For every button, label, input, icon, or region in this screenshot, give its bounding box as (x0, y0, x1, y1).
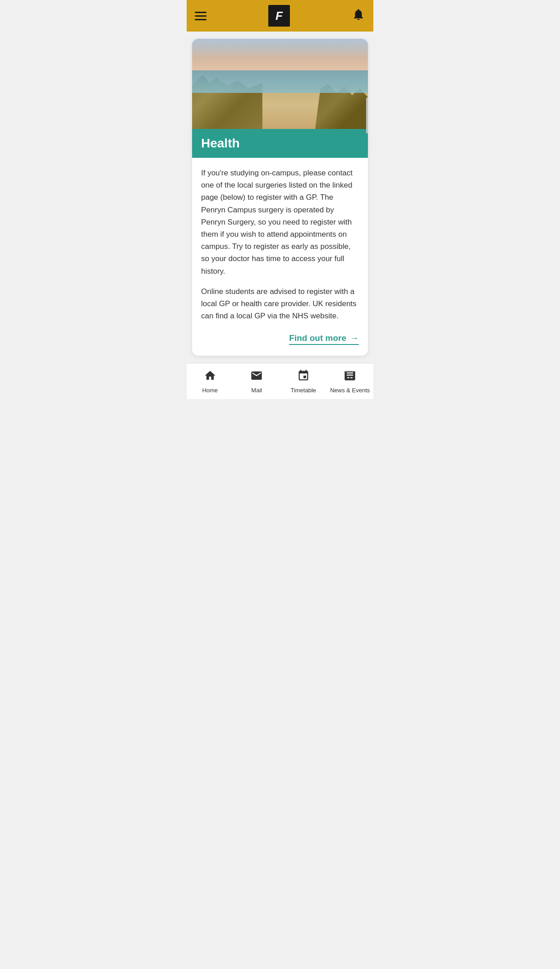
notifications-button[interactable] (352, 8, 365, 24)
scrollbar-hint (366, 97, 368, 133)
nav-label-timetable: Timetable (290, 387, 316, 394)
card-paragraph-1: If you're studying on-campus, please con… (201, 167, 359, 277)
category-banner: Health (192, 129, 368, 158)
nav-item-timetable[interactable]: Timetable (280, 366, 327, 397)
timetable-icon (297, 369, 310, 385)
nav-label-news-events: News & Events (330, 387, 370, 394)
find-out-more-label: Find out more (289, 333, 346, 343)
beach-grass-left (192, 75, 262, 129)
app-logo: F (268, 5, 290, 27)
arrow-right-icon: → (350, 333, 359, 343)
bottom-navigation: Home Mail Timetable News & Events (187, 363, 373, 399)
find-out-more-row: Find out more → (201, 333, 359, 345)
nav-item-home[interactable]: Home (187, 366, 234, 397)
find-out-more-link[interactable]: Find out more → (289, 333, 359, 345)
logo-letter: F (275, 9, 283, 23)
news-events-icon (344, 369, 356, 385)
beach-grass-right (315, 84, 368, 129)
health-card-wrapper: Health If you're studying on-campus, ple… (192, 39, 368, 356)
nav-item-mail[interactable]: Mail (234, 366, 280, 397)
category-title: Health (201, 136, 359, 151)
home-icon (204, 369, 216, 385)
mail-icon (250, 369, 263, 385)
hero-image (192, 39, 368, 129)
card-body: If you're studying on-campus, please con… (192, 158, 368, 356)
card-paragraph-2: Online students are advised to register … (201, 285, 359, 322)
nav-item-news-events[interactable]: News & Events (327, 366, 374, 397)
nav-label-mail: Mail (251, 387, 262, 394)
app-header: F (187, 0, 373, 32)
hamburger-menu-button[interactable] (195, 12, 207, 20)
main-content: Health If you're studying on-campus, ple… (187, 32, 373, 363)
nav-label-home: Home (202, 387, 218, 394)
health-card: Health If you're studying on-campus, ple… (192, 39, 368, 356)
